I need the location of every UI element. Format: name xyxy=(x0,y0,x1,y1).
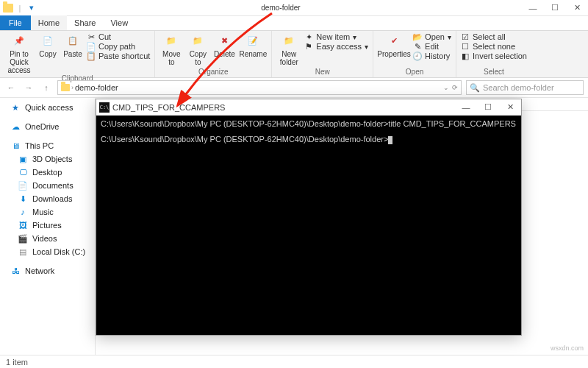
clipboard-small: ✂Cut 📄Copy path 📋Paste shortcut xyxy=(87,32,150,60)
new-folder-icon: 📁 xyxy=(281,32,297,49)
copy-button[interactable]: 📄 Copy xyxy=(37,32,59,58)
copy-path-button[interactable]: 📄Copy path xyxy=(87,42,150,51)
search-input[interactable]: 🔍 Search demo-folder xyxy=(466,80,584,95)
paste-icon: 📋 xyxy=(65,32,81,49)
ribbon-group-clipboard: 📌 Pin to Quickaccess 📄 Copy 📋 Paste ✂Cut… xyxy=(0,31,155,77)
qat-save-icon[interactable]: ▾ xyxy=(26,3,37,13)
cut-button[interactable]: ✂Cut xyxy=(87,32,150,41)
chevron-down-icon[interactable]: ⌄ xyxy=(443,84,449,91)
desktop-icon: 🖵 xyxy=(18,167,28,177)
cmd-body[interactable]: C:\Users\Ksound\Dropbox\My PC (DESKTOP-6… xyxy=(96,116,521,335)
select-none-button[interactable]: ☐Select none xyxy=(461,42,527,51)
ribbon-group-select: ☑Select all ☐Select none ◧Invert selecti… xyxy=(456,31,531,77)
nav-documents[interactable]: 📄Documents xyxy=(0,179,95,192)
ribbon-tabs: File Home Share View xyxy=(0,16,588,31)
watermark: wsxdn.com xyxy=(551,344,584,352)
titlebar: | ▾ demo-folder — ☐ ✕ xyxy=(0,0,588,16)
video-icon: 🎬 xyxy=(18,233,28,244)
addr-folder-icon xyxy=(61,84,70,91)
cube-icon: ▣ xyxy=(18,154,28,164)
nav-desktop[interactable]: 🖵Desktop xyxy=(0,166,95,179)
cmd-prompt: C:\Users\Ksound\Dropbox\My PC (DESKTOP-6… xyxy=(101,134,517,145)
status-bar: 1 item xyxy=(0,355,588,368)
new-folder-button[interactable]: 📁Newfolder xyxy=(276,32,301,66)
tab-share[interactable]: Share xyxy=(67,15,103,30)
nav-music[interactable]: ♪Music xyxy=(0,205,95,219)
music-icon: ♪ xyxy=(18,207,28,217)
nav-onedrive[interactable]: ☁OneDrive xyxy=(0,120,95,133)
window-controls: — ☐ ✕ xyxy=(522,0,588,15)
select-all-icon: ☑ xyxy=(461,32,470,41)
nav-pane[interactable]: ★Quick access ☁OneDrive 🖥This PC ▣3D Obj… xyxy=(0,98,96,355)
delete-button[interactable]: ✖Delete xyxy=(212,32,236,58)
address-row: ← → ↑ › demo-folder ⌄ ⟳ 🔍 Search demo-fo… xyxy=(0,78,588,97)
path-icon: 📄 xyxy=(87,42,96,51)
window-title: demo-folder xyxy=(40,4,522,12)
invert-selection-button[interactable]: ◧Invert selection xyxy=(461,52,527,60)
maximize-button[interactable]: ☐ xyxy=(544,0,566,15)
new-item-button[interactable]: ✦New item ▾ xyxy=(304,32,368,41)
nav-thispc[interactable]: 🖥This PC xyxy=(0,139,95,152)
cmd-line: C:\Users\Ksound\Dropbox\My PC (DESKTOP-6… xyxy=(101,118,517,130)
move-icon: 📁 xyxy=(163,32,179,49)
nav-3d-objects[interactable]: ▣3D Objects xyxy=(0,152,95,166)
doc-icon: 📄 xyxy=(18,180,28,191)
refresh-icon[interactable]: ⟳ xyxy=(452,84,458,91)
status-text: 1 item xyxy=(6,358,28,367)
close-button[interactable]: ✕ xyxy=(566,0,588,15)
qat-divider: | xyxy=(15,3,25,13)
paste-shortcut-button[interactable]: 📋Paste shortcut xyxy=(87,52,150,60)
copyto-icon: 📁 xyxy=(190,32,206,49)
cloud-icon: ☁ xyxy=(10,121,21,132)
pin-button[interactable]: 📌 Pin to Quickaccess xyxy=(4,32,34,74)
nav-videos[interactable]: 🎬Videos xyxy=(0,232,95,245)
forward-button[interactable]: → xyxy=(22,81,35,94)
address-bar[interactable]: › demo-folder ⌄ ⟳ xyxy=(57,80,462,95)
tab-view[interactable]: View xyxy=(103,15,135,30)
network-icon: 🖧 xyxy=(10,266,21,276)
minimize-button[interactable]: — xyxy=(522,0,544,15)
download-icon: ⬇ xyxy=(18,194,28,204)
tab-file[interactable]: File xyxy=(0,15,31,30)
open-button[interactable]: 📂Open ▾ xyxy=(413,32,451,41)
move-button[interactable]: 📁Moveto xyxy=(159,32,183,66)
search-placeholder: Search demo-folder xyxy=(483,83,554,92)
select-all-button[interactable]: ☑Select all xyxy=(461,32,527,41)
rename-button[interactable]: 📝Rename xyxy=(239,32,267,58)
cut-icon: ✂ xyxy=(87,32,96,41)
nav-network[interactable]: 🖧Network xyxy=(0,264,95,277)
copy-icon: 📄 xyxy=(40,32,56,49)
cmd-minimize-button[interactable]: — xyxy=(455,99,477,115)
cmd-icon: C:\ xyxy=(99,102,110,113)
cmd-maximize-button[interactable]: ☐ xyxy=(477,99,499,115)
properties-button[interactable]: ✔Properties xyxy=(378,32,410,58)
nav-local-disk[interactable]: ▤Local Disk (C:) xyxy=(0,245,95,258)
edit-icon: ✎ xyxy=(413,42,422,51)
back-button[interactable]: ← xyxy=(4,81,18,94)
open-icon: 📂 xyxy=(413,32,422,41)
invert-icon: ◧ xyxy=(461,52,470,60)
cmd-titlebar[interactable]: C:\ CMD_TIPS_FOR_CCAMPERS — ☐ ✕ xyxy=(96,99,521,116)
nav-pictures[interactable]: 🖼Pictures xyxy=(0,219,95,232)
nav-quick-access[interactable]: ★Quick access xyxy=(0,101,95,114)
copyto-button[interactable]: 📁Copyto xyxy=(186,32,209,66)
paste-button[interactable]: 📋 Paste xyxy=(62,32,84,58)
folder-icon xyxy=(3,3,13,13)
ribbon-group-new: 📁Newfolder ✦New item ▾ ⚑Easy access ▾ Ne… xyxy=(272,31,373,77)
edit-button[interactable]: ✎Edit xyxy=(413,42,451,51)
search-icon: 🔍 xyxy=(470,83,480,93)
delete-icon: ✖ xyxy=(216,32,232,49)
picture-icon: 🖼 xyxy=(18,220,28,230)
star-icon: ★ xyxy=(10,102,21,113)
chevron-right-icon: › xyxy=(71,84,74,91)
easy-access-button[interactable]: ⚑Easy access ▾ xyxy=(304,42,368,51)
up-button[interactable]: ↑ xyxy=(40,81,53,94)
tab-home[interactable]: Home xyxy=(31,15,67,30)
breadcrumb[interactable]: demo-folder xyxy=(75,83,118,92)
cmd-close-button[interactable]: ✕ xyxy=(499,99,521,115)
rename-icon: 📝 xyxy=(245,32,261,49)
history-button[interactable]: 🕘History xyxy=(413,52,451,60)
ribbon-group-open: ✔Properties 📂Open ▾ ✎Edit 🕘History Open xyxy=(373,31,456,77)
cmd-window[interactable]: C:\ CMD_TIPS_FOR_CCAMPERS — ☐ ✕ C:\Users… xyxy=(96,99,522,336)
nav-downloads[interactable]: ⬇Downloads xyxy=(0,192,95,205)
